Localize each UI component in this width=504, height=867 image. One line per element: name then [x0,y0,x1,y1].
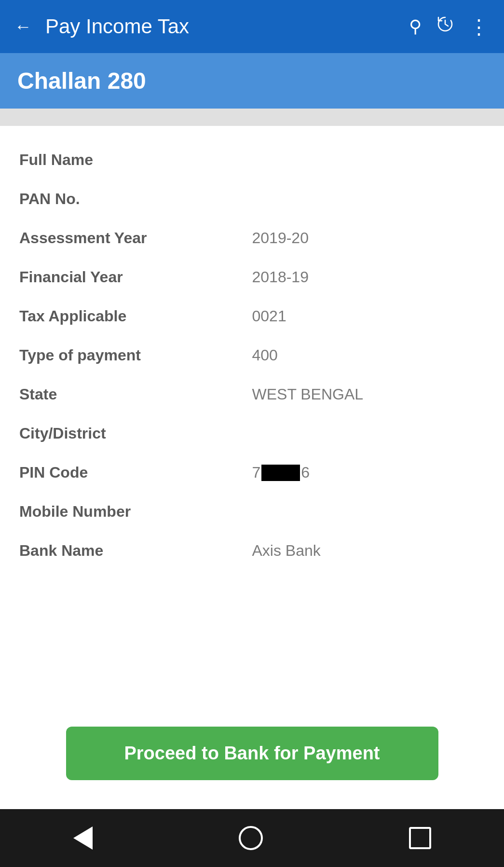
label-assessment-year: Assessment Year [19,229,252,247]
proceed-button[interactable]: Proceed to Bank for Payment [66,727,438,780]
value-assessment-year: 2019-20 [252,229,485,247]
pin-redacted [261,465,300,481]
field-tax-applicable: Tax Applicable 0021 [19,297,485,336]
more-options-icon[interactable]: ⋮ [469,15,490,39]
back-triangle-icon [73,826,93,850]
top-bar-icons: ⚲ ⋮ [409,15,490,39]
top-navigation-bar: ← Pay Income Tax ⚲ ⋮ [0,0,504,53]
home-circle-icon [239,826,263,850]
gap-spacer [0,109,504,126]
label-state: State [19,385,252,403]
value-bank-name: Axis Bank [252,542,485,560]
top-bar-left: ← Pay Income Tax [14,15,409,38]
label-bank-name: Bank Name [19,542,252,560]
field-state: State WEST BENGAL [19,375,485,414]
field-mobile-number: Mobile Number [19,492,485,531]
spacer [19,570,485,712]
nav-back-button[interactable] [73,826,93,850]
content-card: Full Name PAN No. Assessment Year 2019-2… [0,126,504,809]
page-title: Pay Income Tax [45,15,189,38]
value-pin-code: 76 [252,464,485,482]
field-city-district: City/District [19,414,485,453]
field-bank-name: Bank Name Axis Bank [19,531,485,570]
label-pan-no: PAN No. [19,190,252,208]
value-financial-year: 2018-19 [252,268,485,286]
pin-after: 6 [301,464,310,482]
back-button[interactable]: ← [14,16,32,37]
value-state: WEST BENGAL [252,385,485,403]
label-full-name: Full Name [19,151,252,169]
label-tax-applicable: Tax Applicable [19,307,252,325]
nav-home-button[interactable] [239,826,263,850]
pin-before: 7 [252,464,261,482]
nav-recent-button[interactable] [409,827,431,849]
bottom-navigation-bar [0,809,504,867]
field-type-of-payment: Type of payment 400 [19,336,485,375]
challan-banner: Challan 280 [0,53,504,109]
field-financial-year: Financial Year 2018-19 [19,258,485,297]
search-icon[interactable]: ⚲ [409,16,422,37]
label-pin-code: PIN Code [19,464,252,482]
challan-title: Challan 280 [17,68,146,94]
recent-square-icon [409,827,431,849]
label-mobile-number: Mobile Number [19,503,252,521]
field-full-name: Full Name [19,140,485,179]
field-pan-no: PAN No. [19,179,485,219]
value-tax-applicable: 0021 [252,307,485,325]
label-type-of-payment: Type of payment [19,346,252,364]
label-financial-year: Financial Year [19,268,252,286]
field-pin-code: PIN Code 76 [19,453,485,492]
value-type-of-payment: 400 [252,346,485,364]
history-icon[interactable] [436,15,454,38]
field-assessment-year: Assessment Year 2019-20 [19,219,485,258]
label-city-district: City/District [19,425,252,442]
